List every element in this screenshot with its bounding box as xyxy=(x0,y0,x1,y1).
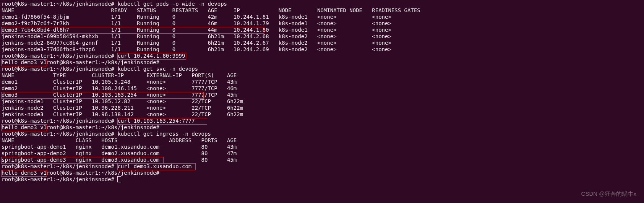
highlight-hello2 xyxy=(1,124,47,131)
highlight-pod-row xyxy=(1,27,264,34)
cursor xyxy=(117,176,121,182)
highlight-hello3 xyxy=(1,170,47,177)
highlight-ing-row xyxy=(1,157,164,164)
highlight-hello1 xyxy=(1,59,47,66)
highlight-curl3 xyxy=(117,163,196,170)
highlight-curl2 xyxy=(117,118,207,125)
highlight-svc-row xyxy=(1,92,204,99)
watermark: CSDN @狂奔的蜗牛x xyxy=(581,190,636,198)
highlight-curl1 xyxy=(117,53,186,60)
